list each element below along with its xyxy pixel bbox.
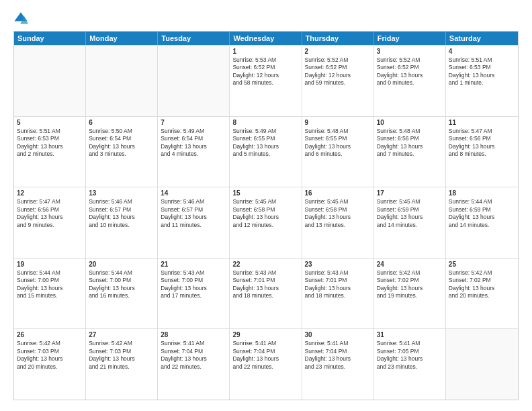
calendar-cell-20: 20Sunrise: 5:44 AM Sunset: 7:00 PM Dayli… — [86, 259, 158, 329]
day-number: 23 — [305, 261, 371, 268]
day-number: 6 — [89, 119, 154, 126]
day-number: 13 — [89, 189, 154, 197]
day-number: 15 — [232, 189, 298, 197]
calendar-cell-2: 2Sunrise: 5:52 AM Sunset: 6:52 PM Daylig… — [302, 46, 374, 116]
calendar-cell-26: 26Sunrise: 5:42 AM Sunset: 7:03 PM Dayli… — [14, 329, 86, 400]
calendar-cell-13: 13Sunrise: 5:46 AM Sunset: 6:57 PM Dayli… — [86, 187, 158, 258]
calendar-cell-30: 30Sunrise: 5:41 AM Sunset: 7:04 PM Dayli… — [302, 329, 374, 400]
cell-content: Sunrise: 5:46 AM Sunset: 6:57 PM Dayligh… — [89, 198, 154, 229]
calendar-cell-7: 7Sunrise: 5:49 AM Sunset: 6:54 PM Daylig… — [158, 117, 230, 187]
calendar-body: 1Sunrise: 5:53 AM Sunset: 6:52 PM Daylig… — [14, 45, 518, 400]
day-number: 20 — [89, 261, 154, 268]
calendar-cell-27: 27Sunrise: 5:42 AM Sunset: 7:03 PM Dayli… — [86, 329, 158, 400]
cell-content: Sunrise: 5:45 AM Sunset: 6:59 PM Dayligh… — [377, 198, 443, 229]
day-number: 8 — [232, 119, 298, 126]
cell-content: Sunrise: 5:41 AM Sunset: 7:04 PM Dayligh… — [161, 340, 226, 371]
cell-content: Sunrise: 5:44 AM Sunset: 7:00 PM Dayligh… — [17, 269, 83, 300]
day-number: 28 — [161, 331, 226, 338]
calendar-cell-25: 25Sunrise: 5:42 AM Sunset: 7:02 PM Dayli… — [446, 259, 518, 329]
cell-content: Sunrise: 5:49 AM Sunset: 6:54 PM Dayligh… — [161, 128, 226, 158]
cell-content: Sunrise: 5:50 AM Sunset: 6:54 PM Dayligh… — [89, 128, 154, 158]
calendar-cell-6: 6Sunrise: 5:50 AM Sunset: 6:54 PM Daylig… — [86, 117, 158, 187]
calendar-cell-empty — [14, 46, 86, 116]
calendar-cell-8: 8Sunrise: 5:49 AM Sunset: 6:55 PM Daylig… — [230, 117, 302, 187]
calendar-cell-empty — [86, 46, 158, 116]
header-day-wednesday: Wednesday — [230, 32, 302, 45]
day-number: 19 — [17, 261, 83, 268]
day-number: 1 — [232, 48, 298, 55]
day-number: 27 — [89, 331, 154, 338]
cell-content: Sunrise: 5:44 AM Sunset: 7:00 PM Dayligh… — [89, 269, 154, 300]
day-number: 3 — [377, 48, 443, 55]
calendar-cell-10: 10Sunrise: 5:48 AM Sunset: 6:56 PM Dayli… — [374, 117, 446, 187]
calendar-cell-12: 12Sunrise: 5:47 AM Sunset: 6:56 PM Dayli… — [14, 187, 86, 258]
calendar-cell-9: 9Sunrise: 5:48 AM Sunset: 6:55 PM Daylig… — [302, 117, 374, 187]
calendar-cell-31: 31Sunrise: 5:41 AM Sunset: 7:05 PM Dayli… — [374, 329, 446, 400]
cell-content: Sunrise: 5:43 AM Sunset: 7:00 PM Dayligh… — [161, 269, 226, 300]
day-number: 18 — [449, 189, 515, 197]
day-number: 29 — [232, 331, 298, 338]
day-number: 16 — [305, 189, 371, 197]
cell-content: Sunrise: 5:48 AM Sunset: 6:55 PM Dayligh… — [305, 128, 371, 158]
calendar: SundayMondayTuesdayWednesdayThursdayFrid… — [13, 31, 519, 400]
cell-content: Sunrise: 5:47 AM Sunset: 6:56 PM Dayligh… — [449, 128, 515, 158]
day-number: 17 — [377, 189, 443, 197]
calendar-header: SundayMondayTuesdayWednesdayThursdayFrid… — [14, 32, 518, 45]
calendar-row-0: 1Sunrise: 5:53 AM Sunset: 6:52 PM Daylig… — [14, 45, 518, 116]
logo — [13, 11, 31, 26]
cell-content: Sunrise: 5:53 AM Sunset: 6:52 PM Dayligh… — [232, 56, 298, 87]
calendar-row-3: 19Sunrise: 5:44 AM Sunset: 7:00 PM Dayli… — [14, 258, 518, 329]
cell-content: Sunrise: 5:46 AM Sunset: 6:57 PM Dayligh… — [161, 198, 226, 229]
calendar-cell-17: 17Sunrise: 5:45 AM Sunset: 6:59 PM Dayli… — [374, 187, 446, 258]
cell-content: Sunrise: 5:49 AM Sunset: 6:55 PM Dayligh… — [232, 128, 298, 158]
cell-content: Sunrise: 5:42 AM Sunset: 7:03 PM Dayligh… — [17, 340, 83, 371]
day-number: 14 — [161, 189, 226, 197]
calendar-cell-19: 19Sunrise: 5:44 AM Sunset: 7:00 PM Dayli… — [14, 259, 86, 329]
day-number: 5 — [17, 119, 83, 126]
header-day-monday: Monday — [86, 32, 158, 45]
cell-content: Sunrise: 5:45 AM Sunset: 6:58 PM Dayligh… — [232, 198, 298, 229]
cell-content: Sunrise: 5:43 AM Sunset: 7:01 PM Dayligh… — [305, 269, 371, 300]
header-day-tuesday: Tuesday — [158, 32, 230, 45]
day-number: 11 — [449, 119, 515, 126]
day-number: 12 — [17, 189, 83, 197]
day-number: 25 — [449, 261, 515, 268]
calendar-cell-1: 1Sunrise: 5:53 AM Sunset: 6:52 PM Daylig… — [230, 46, 302, 116]
day-number: 2 — [305, 48, 371, 55]
cell-content: Sunrise: 5:43 AM Sunset: 7:01 PM Dayligh… — [232, 269, 298, 300]
header-day-saturday: Saturday — [446, 32, 518, 45]
calendar-cell-21: 21Sunrise: 5:43 AM Sunset: 7:00 PM Dayli… — [158, 259, 230, 329]
calendar-cell-14: 14Sunrise: 5:46 AM Sunset: 6:57 PM Dayli… — [158, 187, 230, 258]
cell-content: Sunrise: 5:44 AM Sunset: 6:59 PM Dayligh… — [449, 198, 515, 229]
cell-content: Sunrise: 5:41 AM Sunset: 7:04 PM Dayligh… — [305, 340, 371, 371]
calendar-cell-24: 24Sunrise: 5:42 AM Sunset: 7:02 PM Dayli… — [374, 259, 446, 329]
logo-icon — [13, 11, 28, 26]
calendar-cell-3: 3Sunrise: 5:52 AM Sunset: 6:52 PM Daylig… — [374, 46, 446, 116]
day-number: 22 — [232, 261, 298, 268]
day-number: 21 — [161, 261, 226, 268]
calendar-cell-empty — [446, 329, 518, 400]
page: SundayMondayTuesdayWednesdayThursdayFrid… — [0, 0, 532, 411]
calendar-row-1: 5Sunrise: 5:51 AM Sunset: 6:53 PM Daylig… — [14, 116, 518, 187]
calendar-cell-18: 18Sunrise: 5:44 AM Sunset: 6:59 PM Dayli… — [446, 187, 518, 258]
cell-content: Sunrise: 5:45 AM Sunset: 6:58 PM Dayligh… — [305, 198, 371, 229]
cell-content: Sunrise: 5:42 AM Sunset: 7:02 PM Dayligh… — [449, 269, 515, 300]
day-number: 31 — [377, 331, 443, 338]
cell-content: Sunrise: 5:41 AM Sunset: 7:04 PM Dayligh… — [232, 340, 298, 371]
calendar-cell-4: 4Sunrise: 5:51 AM Sunset: 6:53 PM Daylig… — [446, 46, 518, 116]
day-number: 10 — [377, 119, 443, 126]
cell-content: Sunrise: 5:52 AM Sunset: 6:52 PM Dayligh… — [305, 56, 371, 87]
day-number: 26 — [17, 331, 83, 338]
cell-content: Sunrise: 5:42 AM Sunset: 7:03 PM Dayligh… — [89, 340, 154, 371]
calendar-cell-23: 23Sunrise: 5:43 AM Sunset: 7:01 PM Dayli… — [302, 259, 374, 329]
cell-content: Sunrise: 5:51 AM Sunset: 6:53 PM Dayligh… — [17, 128, 83, 158]
calendar-cell-15: 15Sunrise: 5:45 AM Sunset: 6:58 PM Dayli… — [230, 187, 302, 258]
header-day-thursday: Thursday — [302, 32, 374, 45]
cell-content: Sunrise: 5:41 AM Sunset: 7:05 PM Dayligh… — [377, 340, 443, 371]
calendar-cell-5: 5Sunrise: 5:51 AM Sunset: 6:53 PM Daylig… — [14, 117, 86, 187]
calendar-cell-29: 29Sunrise: 5:41 AM Sunset: 7:04 PM Dayli… — [230, 329, 302, 400]
calendar-cell-28: 28Sunrise: 5:41 AM Sunset: 7:04 PM Dayli… — [158, 329, 230, 400]
calendar-cell-empty — [158, 46, 230, 116]
day-number: 30 — [305, 331, 371, 338]
cell-content: Sunrise: 5:42 AM Sunset: 7:02 PM Dayligh… — [377, 269, 443, 300]
